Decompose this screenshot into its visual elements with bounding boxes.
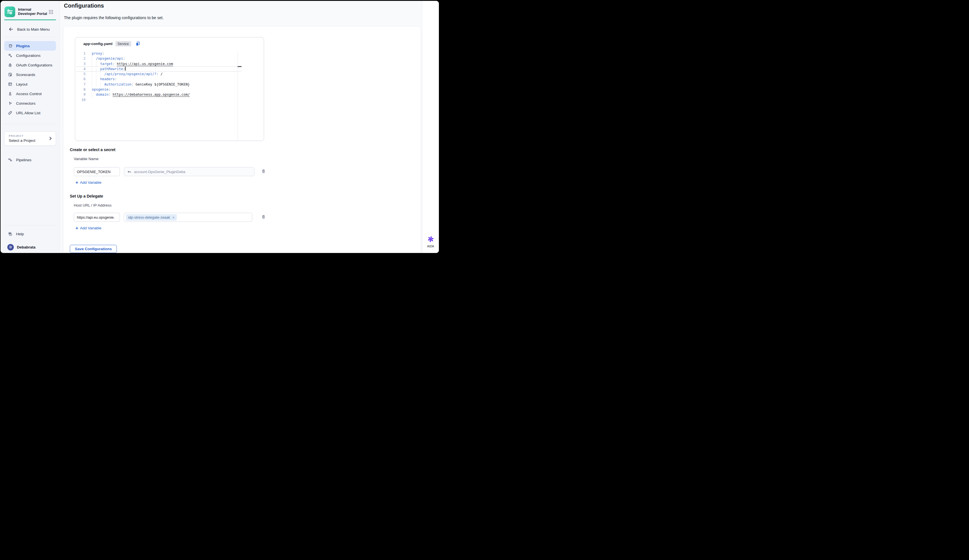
sidebar-item-label: Layout [16,82,28,86]
host-url-input[interactable] [74,213,120,222]
aida-widget[interactable]: AIDA [422,235,439,248]
variable-name-input[interactable] [74,167,120,176]
sidebar-item-label: Connectors [16,101,35,106]
pipelines-icon [7,157,13,163]
page-title: Configurations [64,3,104,9]
svg-text:?: ? [9,232,11,234]
code-line[interactable]: 1proxy: [75,51,264,56]
configurations-panel: app-config.yaml Service 1proxy:2 /opsgen… [63,26,421,253]
code-line[interactable]: 8opsgenie: [75,87,264,92]
app-window: Internal Developer Portal Back to Main M… [0,1,439,253]
chevron-right-icon [48,136,53,141]
plus-icon: + [75,180,78,185]
line-number: 10 [75,97,86,103]
project-selector[interactable]: PROJECT Select a Project [4,131,56,146]
delegate-tags-input[interactable]: idp-stress-delegate-zeaak × [124,213,252,222]
line-number: 2 [75,56,86,61]
editor-header: app-config.yaml Service [83,41,140,47]
aida-label: AIDA [427,244,434,248]
sidebar-item-pipelines[interactable]: Pipelines [4,155,56,165]
line-number: 6 [75,76,86,81]
line-number: 1 [75,51,86,56]
code-line[interactable]: 6 headers: [75,76,264,81]
divider [4,124,56,124]
branch-arrows-icon [7,100,13,106]
page-subtitle: The plugin requires the following config… [64,15,163,20]
sidebar-item-connectors[interactable]: Connectors [4,98,56,108]
app-grid-icon[interactable] [48,7,53,15]
sidebar-item-label: Plugins [16,44,30,48]
code-line[interactable]: 5 /api/proxy/opsgenie/api/?: / [75,71,264,76]
sidebar-item-label: OAuth Configurations [16,63,52,67]
delegate-section-heading: Set Up a Delegate [70,194,103,198]
sidebar-item-url-allow-list[interactable]: URL Allow List [4,108,56,118]
brand-divider [4,20,56,20]
sidebar-item-label: Configurations [16,53,40,58]
secret-section-heading: Create or select a secret [70,148,115,152]
editor-filename: app-config.yaml [83,42,113,46]
sidebar-item-plugins[interactable]: Plugins [4,41,56,51]
portal-logo [5,7,15,17]
right-rail: AIDA [422,1,439,253]
code-line[interactable]: 4 pathRewrite: [75,66,264,71]
code-line[interactable]: 2 /opsgenie/api: [75,56,264,61]
line-number: 3 [75,61,86,66]
user-name: Debabrata [17,245,35,249]
code-line[interactable]: 10 [75,97,264,103]
plus-icon: + [75,226,78,231]
line-number: 7 [75,82,86,87]
trash-icon [261,168,266,174]
add-variable-label: Add Variable [80,226,102,230]
lock-icon [7,62,13,68]
portal-title: Internal Developer Portal [18,7,48,16]
back-label: Back to Main Menu [17,27,50,32]
copy-button[interactable] [135,41,140,47]
sidebar-item-label: Scorecards [16,73,35,77]
user-menu[interactable]: D Debabrata [4,242,56,252]
code-line[interactable]: 9 domain: https://debaharness.app.opsgen… [75,92,264,97]
delete-secret-row-button[interactable] [260,168,266,174]
delegate-tag-chip: idp-stress-delegate-zeaak × [126,214,177,221]
help-bubble-icon: ? [7,231,13,237]
link-icon [7,110,13,116]
delete-delegate-row-button[interactable] [260,214,266,220]
sidebar-item-layout[interactable]: Layout [4,79,56,89]
save-configurations-button[interactable]: Save Configurations [70,245,117,253]
project-eyebrow: PROJECT [9,134,23,137]
add-variable-delegate[interactable]: + Add Variable [75,226,102,231]
code-line[interactable]: 3 target: https://api.us.opsgenie.com [75,61,264,66]
code-line[interactable]: 7 Authorization: GenieKey ${OPSGENIE_TOK… [75,82,264,87]
back-to-main-menu[interactable]: Back to Main Menu [4,26,56,33]
pipelines-label: Pipelines [16,158,32,162]
person-icon [7,91,13,96]
add-variable-label: Add Variable [80,180,102,184]
puzzle-icon [7,43,13,49]
sidebar-item-scorecards[interactable]: Scorecards [4,70,56,79]
code-lines: 1proxy:2 /opsgenie/api:3 target: https:/… [75,51,264,103]
help-label: Help [16,232,24,236]
project-value: Select a Project [9,138,35,143]
service-badge: Service [115,41,131,47]
sidebar-item-access-control[interactable]: Access Control [4,89,56,98]
arrow-left-icon [8,27,14,32]
sidebar-item-label: Access Control [16,92,42,96]
secret-select[interactable]: account.OpsGenie_PluginDeba [124,167,255,176]
line-number: 5 [75,71,86,76]
logo-row: Internal Developer Portal [5,7,56,17]
sidebar: Internal Developer Portal Back to Main M… [0,1,60,253]
host-url-label: Host URL / IP Address [74,203,112,208]
help-button[interactable]: ? Help [4,229,56,238]
sidebar-nav: Plugins Configurations [4,41,56,118]
sliders-logo-icon [7,8,13,15]
sidebar-item-oauth-configurations[interactable]: OAuth Configurations [4,60,56,70]
sidebar-item-configurations[interactable]: Configurations [4,51,56,60]
gears-icon [7,53,13,58]
add-variable-secret[interactable]: + Add Variable [75,180,102,185]
main-content: Configurations The plugin requires the f… [60,1,422,253]
code-area[interactable]: 1proxy:2 /opsgenie/api:3 target: https:/… [75,51,264,140]
layout-icon [7,81,13,87]
yaml-editor-card: app-config.yaml Service 1proxy:2 /opsgen… [75,37,264,141]
secret-value: account.OpsGenie_PluginDeba [134,169,185,174]
key-icon [127,169,132,174]
remove-tag-icon[interactable]: × [172,215,175,219]
